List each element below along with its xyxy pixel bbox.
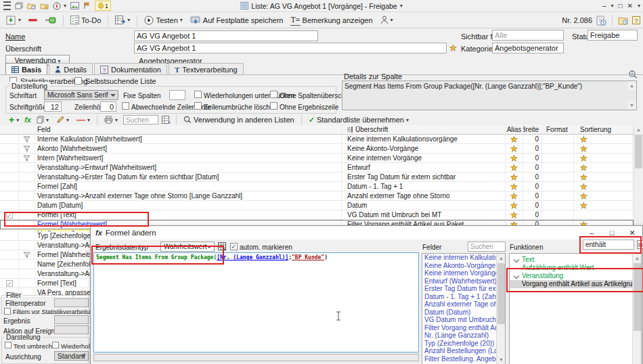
felder-item[interactable]: Datum - 1. Tag + 1 (Zahl): [422, 293, 496, 301]
row-breite[interactable]: 0: [523, 173, 542, 181]
kategorie-input[interactable]: [492, 43, 564, 53]
row-breite[interactable]: 0: [523, 201, 542, 210]
row-filter-cell[interactable]: [19, 173, 35, 181]
row-sort-cell[interactable]: ★: [574, 201, 633, 210]
row-ueberschrift[interactable]: Datum - 1. Tag + 1: [342, 182, 506, 191]
row-alias-cell[interactable]: ★: [506, 173, 523, 181]
row-feld[interactable]: Formel [Text]: [35, 279, 90, 288]
felder-item[interactable]: VG Datum mit Umbruch bei MT (Text): [422, 316, 496, 324]
row-filter-cell[interactable]: [19, 191, 35, 200]
row-feld[interactable]: Akonto [Wahrheitswert]: [35, 144, 342, 153]
copy-column-button[interactable]: ▾: [35, 114, 51, 125]
tab-details[interactable]: Details: [49, 63, 93, 75]
header-feld[interactable]: Feld: [35, 125, 342, 134]
save-dropdown-icon[interactable]: ▾: [18, 17, 21, 23]
funktionen-row[interactable]: Veranstaltung: [510, 272, 632, 280]
ohne-spalten-checkbox[interactable]: [270, 91, 278, 98]
row-ueberschrift[interactable]: Keine Akonto-Vorgänge: [342, 144, 506, 153]
help-icon[interactable]: ?: [632, 16, 640, 24]
felder-item[interactable]: Erster Tag Datum für extern sichtbar...: [422, 285, 496, 293]
ueberschrift-input[interactable]: [134, 43, 447, 53]
alias-star-icon[interactable]: ★: [510, 183, 518, 191]
row-ueberschrift[interactable]: Datum: [342, 201, 506, 210]
row-select-cell[interactable]: ✓: [0, 241, 19, 250]
user-dropdown-icon[interactable]: ▾: [391, 17, 393, 23]
row-breite[interactable]: 0: [523, 135, 542, 143]
felder-item[interactable]: Nr. (Lange Ganzzahl): [422, 332, 496, 340]
table-row[interactable]: ✓ Formel [Zahl] Datum - 1. Tag + 1 ★ 0 ★: [0, 182, 634, 191]
row-alias-cell[interactable]: ★: [506, 182, 523, 191]
flag-icon[interactable]: [83, 2, 91, 9]
folder-star-icon[interactable]: [40, 2, 49, 9]
print-dropdown-icon[interactable]: ▾: [115, 117, 118, 123]
clipboard-clock-icon[interactable]: [596, 16, 606, 26]
sort-star-icon[interactable]: ★: [580, 192, 587, 200]
dialog-minimize-button[interactable]: –: [581, 229, 602, 237]
ergebnis-field[interactable]: [54, 315, 89, 324]
tab-basis[interactable]: Basis: [5, 63, 47, 75]
folder-clock-icon[interactable]: [27, 2, 36, 9]
zoom-icon[interactable]: [628, 70, 638, 79]
zeilenumbrueche-checkbox[interactable]: [194, 102, 202, 110]
header-ueberschrift[interactable]: Überschrift: [342, 125, 506, 134]
row-feld[interactable]: Formel [Zahl]: [35, 182, 342, 191]
maximize-button[interactable]: □: [619, 2, 623, 9]
row-sort-cell[interactable]: ★: [574, 163, 633, 172]
add-column-button[interactable]: +▾: [7, 114, 21, 125]
sichtbar-input[interactable]: [492, 30, 564, 41]
mark-grid-icon[interactable]: [218, 242, 227, 251]
title-dropdown-icon[interactable]: ▾: [400, 3, 403, 9]
remark-button[interactable]: T≡ Bemerkung anzeigen: [288, 14, 374, 27]
row-filter-cell[interactable]: [19, 220, 35, 229]
header-sortierung[interactable]: Sortierung: [574, 125, 633, 134]
table-row[interactable]: ✓ Veranstaltung->Anzahl externer Tage oh…: [0, 191, 634, 201]
row-feld[interactable]: Datum [Datum]: [35, 201, 342, 210]
row-feld[interactable]: Typ [Zeichenfolge (20)]: [35, 231, 90, 240]
row-format[interactable]: [542, 173, 574, 181]
tab-textverarbeitung[interactable]: T Textverarbeitung: [169, 63, 244, 75]
row-alias-cell[interactable]: ★: [506, 201, 523, 210]
ausrichtung-combo[interactable]: Standard: [54, 351, 89, 361]
row-ueberschrift[interactable]: Erster Tag Datum für extern sichtbar: [342, 173, 506, 181]
scroll-thumb[interactable]: [635, 135, 642, 168]
dialog-close-button[interactable]: ✕: [622, 229, 642, 237]
row-sort-cell[interactable]: ★: [574, 135, 633, 143]
row-filter-cell[interactable]: [19, 163, 35, 172]
scroll-up-icon[interactable]: ▲: [633, 254, 642, 263]
row-format[interactable]: [542, 144, 574, 153]
window-title-area[interactable]: Liste: AG VG Angebot 1 [Vorgänge] - Frei…: [240, 2, 402, 10]
row-select-cell[interactable]: ✓: [0, 182, 19, 191]
row-breite[interactable]: 0: [523, 182, 542, 191]
funktionen-scrollbar[interactable]: ▲: [632, 254, 641, 364]
table-row[interactable]: ✓ Formel [Text]: [0, 279, 90, 288]
row-select-cell[interactable]: ✓: [0, 201, 19, 210]
selbstsuchend-checkbox[interactable]: [74, 77, 82, 85]
felder-item[interactable]: Anzahl Bestellungen (Lange Ganzzahl): [422, 347, 496, 355]
scroll-up-icon[interactable]: ▲: [634, 125, 643, 134]
row-ueberschrift[interactable]: Anzahl externer Tage ohne Storno: [342, 191, 506, 200]
row-feld[interactable]: Formel [Text]: [35, 210, 342, 219]
alias-star-icon[interactable]: ★: [510, 173, 518, 181]
delete-button[interactable]: [26, 17, 40, 24]
row-ueberschrift[interactable]: Keine internen Kalkulationsvorgänge: [342, 135, 506, 143]
fixe-spalten-input[interactable]: [169, 90, 185, 100]
row-filter-cell[interactable]: [19, 144, 35, 153]
row-select-cell[interactable]: ✓: [0, 210, 19, 219]
funktionen-tree[interactable]: Text Aufzählung enthält Wert Veranstaltu…: [509, 253, 642, 364]
remove-column-button[interactable]: —▾: [74, 115, 92, 124]
edit-column-button[interactable]: ▾: [54, 114, 71, 125]
sort-star-icon[interactable]: ★: [580, 173, 587, 181]
standardliste-button[interactable]: ✓ Standardliste übernehmen ▾: [307, 114, 411, 126]
row-select-cell[interactable]: ✓: [0, 231, 19, 240]
alias-star-icon[interactable]: ★: [510, 135, 518, 143]
row-sort-cell[interactable]: ★: [574, 154, 633, 162]
row-sort-cell[interactable]: ★: [574, 182, 633, 191]
window-copy-icon[interactable]: [15, 2, 23, 9]
sort-star-icon[interactable]: ★: [580, 202, 587, 210]
testen-dropdown-icon[interactable]: ▾: [180, 17, 183, 23]
add-dropdown-icon[interactable]: ▾: [16, 117, 19, 123]
row-feld[interactable]: Interne Kalkulation [Wahrheitswert]: [35, 135, 342, 143]
row-alias-cell[interactable]: ★: [506, 163, 523, 172]
table-row[interactable]: ✓ Datum [Datum] Datum ★ 0 ★: [0, 201, 634, 210]
status-input[interactable]: [587, 30, 638, 41]
